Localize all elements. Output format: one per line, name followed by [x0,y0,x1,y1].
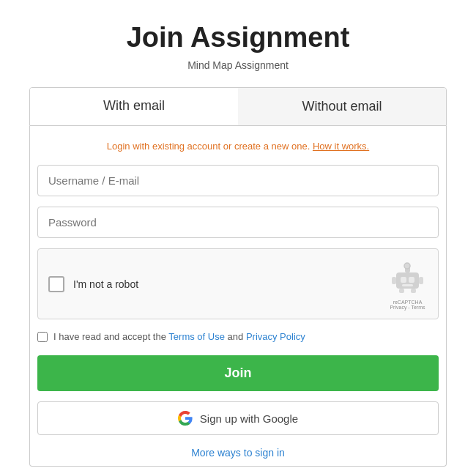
recaptcha-label: I'm not a robot [73,278,138,290]
tab-without-email[interactable]: Without email [238,88,446,125]
svg-rect-6 [392,277,396,284]
login-hint: Login with existing account or create a … [37,141,439,152]
recaptcha-box[interactable]: I'm not a robot reCAPTCHA [37,248,439,319]
main-container: Join Assignment Mind Map Assignment With… [15,0,461,471]
svg-rect-9 [411,289,416,293]
terms-text: I have read and accept the [53,331,166,342]
recaptcha-brand-text: reCAPTCHA Privacy - Terms [390,300,425,310]
svg-rect-2 [409,277,414,283]
join-button[interactable]: Join [37,355,439,391]
google-button-label: Sign up with Google [200,412,298,425]
terms-of-use-link[interactable]: Terms of Use [168,331,225,342]
password-input[interactable] [37,207,439,238]
google-icon [178,411,193,426]
terms-and: and [228,331,244,342]
subtitle: Mind Map Assignment [29,59,447,71]
tab-with-email[interactable]: With email [30,88,238,125]
page-title: Join Assignment [29,22,447,53]
svg-rect-7 [419,277,423,284]
robot-icon [387,258,428,298]
svg-point-5 [404,263,410,269]
privacy-policy-link[interactable]: Privacy Policy [246,331,305,342]
more-ways-link[interactable]: More ways to sign in [37,447,439,459]
recaptcha-left: I'm not a robot [48,276,138,292]
tabs: With email Without email [29,87,447,126]
google-signup-button[interactable]: Sign up with Google [37,401,439,435]
terms-row: I have read and accept the Terms of Use … [37,331,439,342]
recaptcha-checkbox[interactable] [48,276,64,292]
form-area: Login with existing account or create a … [29,126,447,467]
svg-rect-8 [399,289,404,293]
username-input[interactable] [37,165,439,196]
recaptcha-logo: reCAPTCHA Privacy - Terms [387,258,428,310]
terms-checkbox[interactable] [37,332,48,342]
svg-rect-1 [401,277,406,283]
how-it-works-link[interactable]: How it works. [313,141,369,152]
svg-rect-3 [402,284,413,286]
